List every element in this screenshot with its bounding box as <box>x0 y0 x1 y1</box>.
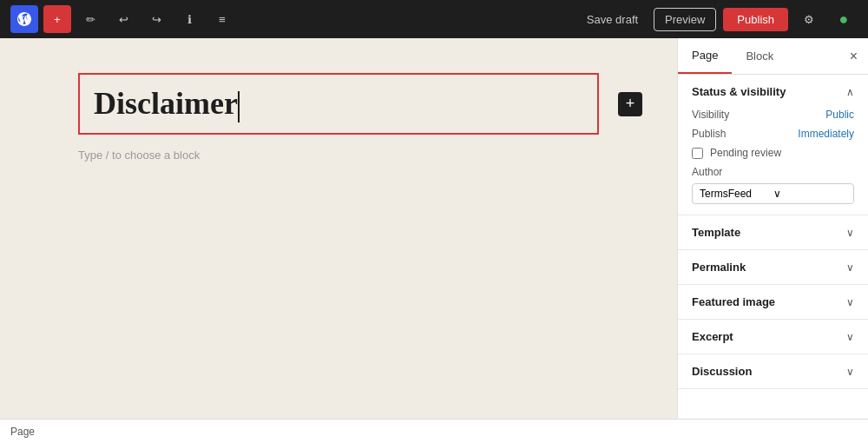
pending-review-label: Pending review <box>710 147 781 159</box>
add-block-inline-button[interactable]: + <box>618 92 642 116</box>
section-template-title: Template <box>692 226 740 239</box>
sidebar-close-button[interactable]: × <box>839 42 868 71</box>
pending-review-checkbox[interactable] <box>692 148 703 159</box>
toolbar-left: + ✏ ↩ ↪ ℹ ≡ <box>10 5 571 33</box>
editor-area[interactable]: Disclaimer + Type / to choose a block <box>0 38 677 419</box>
excerpt-chevron-down-icon: ∨ <box>846 331 854 343</box>
section-discussion-header[interactable]: Discussion ∨ <box>678 354 868 388</box>
add-block-button[interactable]: + <box>43 5 71 33</box>
section-featured-image: Featured image ∨ <box>678 285 868 320</box>
pencil-button[interactable]: ✏ <box>76 5 104 33</box>
tab-page[interactable]: Page <box>678 38 732 74</box>
redo-icon: ↪ <box>152 13 161 26</box>
sidebar-tabs: Page Block × <box>678 38 868 75</box>
section-status-visibility-content: Visibility Public Publish Immediately Pe… <box>678 109 868 215</box>
statusbar-label: Page <box>10 426 35 438</box>
author-chevron-icon: ∨ <box>773 188 847 200</box>
title-block[interactable]: Disclaimer <box>78 73 599 135</box>
save-draft-button[interactable]: Save draft <box>578 8 647 31</box>
section-permalink-header[interactable]: Permalink ∨ <box>678 250 868 284</box>
chevron-up-icon: ∧ <box>846 86 854 98</box>
publish-row: Publish Immediately <box>692 128 854 140</box>
publish-label: Publish <box>692 128 726 140</box>
author-label: Author <box>692 166 854 178</box>
redo-button[interactable]: ↪ <box>142 5 170 33</box>
preview-button[interactable]: Preview <box>654 8 716 31</box>
page-title[interactable]: Disclaimer <box>94 85 583 122</box>
discussion-chevron-down-icon: ∨ <box>846 366 854 378</box>
block-placeholder: Type / to choose a block <box>78 149 599 162</box>
gear-icon: ⚙ <box>804 13 814 26</box>
settings-button[interactable]: ⚙ <box>795 5 823 33</box>
author-value: TermsFeed <box>700 188 773 200</box>
section-template-header[interactable]: Template ∨ <box>678 215 868 249</box>
author-select[interactable]: TermsFeed ∨ <box>692 183 854 204</box>
section-status-visibility: Status & visibility ∧ Visibility Public … <box>678 75 868 215</box>
toolbar-right: Save draft Preview Publish ⚙ ● <box>578 5 858 33</box>
section-status-visibility-title: Status & visibility <box>692 85 786 98</box>
section-template: Template ∨ <box>678 215 868 250</box>
plus-icon: + <box>54 13 61 26</box>
pending-review-row: Pending review <box>692 147 854 159</box>
sidebar: Page Block × Status & visibility ∧ Visib… <box>677 38 868 419</box>
plugin-icon: ● <box>839 10 849 29</box>
visibility-label: Visibility <box>692 109 729 121</box>
list-icon: ≡ <box>219 13 226 26</box>
tab-block[interactable]: Block <box>732 39 787 73</box>
section-excerpt-header[interactable]: Excerpt ∨ <box>678 320 868 354</box>
info-button[interactable]: ℹ <box>175 5 203 33</box>
section-permalink-title: Permalink <box>692 261 746 274</box>
undo-button[interactable]: ↩ <box>109 5 137 33</box>
featured-image-chevron-down-icon: ∨ <box>846 296 854 308</box>
info-icon: ℹ <box>187 13 192 26</box>
pencil-icon: ✏ <box>86 13 95 26</box>
section-excerpt: Excerpt ∨ <box>678 320 868 354</box>
publish-button[interactable]: Publish <box>723 8 788 31</box>
undo-icon: ↩ <box>119 13 128 26</box>
publish-value[interactable]: Immediately <box>798 128 854 140</box>
plugin-button[interactable]: ● <box>830 5 858 33</box>
text-cursor <box>238 91 240 122</box>
permalink-chevron-down-icon: ∨ <box>846 261 854 274</box>
toolbar: + ✏ ↩ ↪ ℹ ≡ Save draft Preview Publish ⚙… <box>0 0 868 38</box>
editor-content: Disclaimer + Type / to choose a block <box>78 73 599 162</box>
section-featured-image-title: Featured image <box>692 295 775 308</box>
statusbar: Page <box>0 419 868 443</box>
template-chevron-down-icon: ∨ <box>846 227 854 239</box>
visibility-value[interactable]: Public <box>825 109 854 121</box>
visibility-row: Visibility Public <box>692 109 854 121</box>
section-featured-image-header[interactable]: Featured image ∨ <box>678 285 868 319</box>
section-excerpt-title: Excerpt <box>692 330 733 343</box>
list-button[interactable]: ≡ <box>208 5 236 33</box>
section-discussion-title: Discussion <box>692 365 752 378</box>
wordpress-logo[interactable] <box>10 5 38 33</box>
section-status-visibility-header[interactable]: Status & visibility ∧ <box>678 75 868 109</box>
main-area: Disclaimer + Type / to choose a block Pa… <box>0 38 868 419</box>
section-permalink: Permalink ∨ <box>678 250 868 285</box>
section-discussion: Discussion ∨ <box>678 354 868 389</box>
